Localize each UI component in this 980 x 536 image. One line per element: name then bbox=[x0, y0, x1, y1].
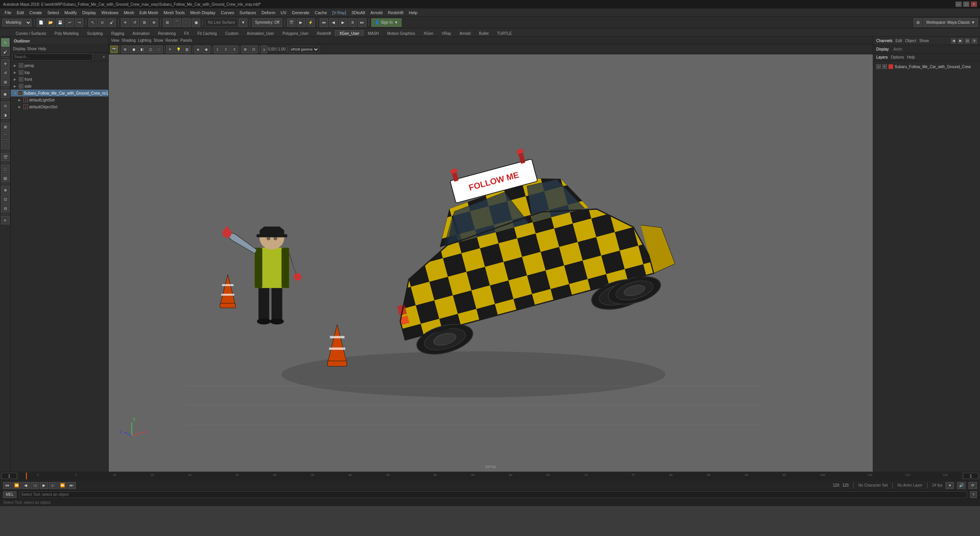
rotate-tool-button[interactable]: ↺ bbox=[131, 18, 139, 27]
snap-grid-button[interactable]: ⊞ bbox=[163, 18, 172, 27]
anim-sub-tab[interactable]: Anim bbox=[893, 47, 902, 51]
viewport-show-menu[interactable]: Show bbox=[154, 38, 163, 42]
edit-tab[interactable]: Edit bbox=[895, 39, 902, 43]
vp-shadow-button[interactable]: ▥ bbox=[183, 46, 191, 53]
color-space-dropdown[interactable]: sRGB gamma bbox=[289, 46, 319, 53]
audio-button[interactable]: 🔊 bbox=[957, 482, 965, 489]
fps-settings-button[interactable]: ▾ bbox=[946, 482, 954, 489]
viewport-shading-menu[interactable]: Shading bbox=[122, 38, 136, 42]
menu-create[interactable]: Create bbox=[27, 10, 44, 16]
extra-lt-button4[interactable]: ≡ bbox=[1, 216, 10, 224]
panel-collapse-icon[interactable]: ◀ bbox=[951, 38, 956, 44]
goto-start-button[interactable]: ⏮ bbox=[320, 18, 328, 27]
outliner-display-menu[interactable]: Display bbox=[13, 47, 26, 51]
soft-select-button[interactable]: ◉ bbox=[1, 90, 10, 98]
object-tab[interactable]: Object bbox=[905, 39, 916, 43]
outliner-item-top[interactable]: ▶ C top bbox=[11, 69, 108, 76]
lasso-button[interactable]: ⊙ bbox=[1, 101, 10, 110]
shelf-tab-vray[interactable]: VRay bbox=[438, 30, 455, 36]
maximize-button[interactable]: □ bbox=[963, 2, 969, 7]
outliner-item-front[interactable]: ▶ C front bbox=[11, 76, 108, 83]
shelf-tab-fit-caching[interactable]: Fit Caching bbox=[193, 30, 221, 36]
menu-display[interactable]: Display bbox=[80, 10, 98, 16]
menu-mesh-tools[interactable]: Mesh Tools bbox=[161, 10, 187, 16]
play-back-button[interactable]: ◁ bbox=[31, 482, 39, 489]
shelf-tab-animation[interactable]: Animation bbox=[128, 30, 154, 36]
outliner-show-menu[interactable]: Show bbox=[27, 47, 37, 51]
shelf-tab-sculpting[interactable]: Sculpting bbox=[83, 30, 107, 36]
point-snap-lt-button[interactable]: · bbox=[1, 141, 10, 149]
redo-button[interactable]: ↪ bbox=[75, 18, 83, 27]
panel-expand-icon[interactable]: ▶ bbox=[958, 38, 963, 44]
menu-help[interactable]: Help bbox=[407, 10, 420, 16]
timeline-ruler[interactable]: 0 5 10 15 20 25 30 35 40 45 50 55 60 65 … bbox=[18, 472, 962, 479]
menu-edit[interactable]: Edit bbox=[15, 10, 26, 16]
prev-key-button[interactable]: ⏪ bbox=[12, 482, 21, 489]
menu-redshift[interactable]: Redshift bbox=[385, 10, 405, 16]
vp-isolate-button[interactable]: ◉ bbox=[203, 46, 210, 53]
shelf-tab-fx[interactable]: FX bbox=[180, 30, 193, 36]
shelf-tab-bullet[interactable]: Bullet bbox=[475, 30, 493, 36]
play-forward-pb-button[interactable]: ▶ bbox=[40, 482, 48, 489]
xray-lt-button[interactable]: ◌ bbox=[1, 165, 10, 173]
move-tool-button[interactable]: ✛ bbox=[121, 18, 129, 27]
layer-visibility-toggle[interactable]: V bbox=[876, 64, 881, 69]
menu-modify[interactable]: Modify bbox=[62, 10, 79, 16]
snap-surface-button[interactable]: ▣ bbox=[192, 18, 200, 27]
outliner-search-input[interactable] bbox=[12, 54, 93, 60]
vp-show-all-button[interactable]: ◈ bbox=[194, 46, 202, 53]
shelf-tab-motion-graphics[interactable]: Motion Graphics bbox=[383, 30, 420, 36]
menu-curves[interactable]: Curves bbox=[219, 10, 237, 16]
move-button[interactable]: ✛ bbox=[1, 59, 10, 68]
shelf-tab-xgen[interactable]: XGen bbox=[419, 30, 438, 36]
menu-3dtall[interactable]: 3DtoAll bbox=[349, 10, 367, 16]
shelf-tab-custom[interactable]: Custom bbox=[221, 30, 242, 36]
shelf-tab-rendering[interactable]: Rendering bbox=[154, 30, 180, 36]
vp-default-light-button[interactable]: ☀ bbox=[166, 46, 174, 53]
viewport-render-menu[interactable]: Render bbox=[165, 38, 178, 42]
mel-tab[interactable]: MEL bbox=[3, 491, 16, 498]
outliner-item-default-light-set[interactable]: ▶ S defaultLightSet bbox=[11, 96, 108, 103]
menu-deform[interactable]: Deform bbox=[259, 10, 278, 16]
vp-res-low-button[interactable]: 1 bbox=[214, 46, 221, 53]
shelf-tab-polygons-user[interactable]: Polygons_User bbox=[278, 30, 313, 36]
goto-end-button[interactable]: ⏭ bbox=[358, 18, 366, 27]
menu-edit-mesh[interactable]: Edit Mesh bbox=[137, 10, 160, 16]
viewport-view-menu[interactable]: View bbox=[111, 38, 119, 42]
snap-curve-button[interactable]: ⌒ bbox=[173, 18, 181, 27]
prev-frame-pb-button[interactable]: ◀ bbox=[21, 482, 30, 489]
extra-lt-button2[interactable]: ⊡ bbox=[1, 195, 10, 203]
workspace-settings-button[interactable]: ⊞ bbox=[914, 18, 922, 27]
vp-wireframe-button[interactable]: ⊞ bbox=[121, 46, 129, 53]
universal-manipulator-button[interactable]: ⊕ bbox=[150, 18, 158, 27]
viewport-lighting-menu[interactable]: Lighting bbox=[138, 38, 151, 42]
vp-xray-button[interactable]: ◌ bbox=[155, 46, 163, 53]
outliner-help-menu[interactable]: Help bbox=[38, 47, 46, 51]
shelf-tab-curves-surfaces[interactable]: Curves / Surfaces bbox=[11, 30, 50, 36]
command-line-input[interactable] bbox=[20, 491, 967, 498]
lasso-select-button[interactable]: ⊙ bbox=[98, 18, 106, 27]
pause-button[interactable]: ⏸ bbox=[348, 18, 357, 27]
menu-uv[interactable]: UV bbox=[278, 10, 289, 16]
scale-button[interactable]: ⊞ bbox=[1, 78, 10, 86]
menu-mesh-display[interactable]: Mesh Display bbox=[188, 10, 218, 16]
rotate-button[interactable]: ↺ bbox=[1, 69, 10, 77]
snap-point-button[interactable]: · bbox=[182, 18, 191, 27]
menu-mesh[interactable]: Mesh bbox=[121, 10, 136, 16]
shelf-tab-redshift[interactable]: Redshift bbox=[313, 30, 335, 36]
outliner-item-subaru[interactable]: ▼ G Subaru_Follow_Me_Car_with_Ground_Cre… bbox=[11, 90, 108, 96]
sign-in-button[interactable]: 👤 Sign In ▼ bbox=[371, 18, 402, 27]
symmetry-toggle[interactable]: Symmetry: Off bbox=[252, 18, 282, 27]
display-sub-tab[interactable]: Display bbox=[876, 47, 889, 51]
shelf-tab-xgen-user[interactable]: XGen_User bbox=[335, 30, 363, 36]
vp-all-lights-button[interactable]: 💡 bbox=[175, 46, 182, 53]
help-line-button[interactable]: ? bbox=[970, 491, 977, 498]
select-mode-button[interactable]: ↖ bbox=[1, 38, 10, 47]
vp-res-med-button[interactable]: 2 bbox=[222, 46, 230, 53]
show-tab[interactable]: Show bbox=[919, 39, 929, 43]
toggle-lt-button[interactable]: ▤ bbox=[1, 174, 10, 182]
next-key-button[interactable]: ⏩ bbox=[58, 482, 67, 489]
search-clear-button[interactable]: ✕ bbox=[102, 55, 105, 59]
menu-generate[interactable]: Generate bbox=[289, 10, 312, 16]
panel-float-icon[interactable]: ⊡ bbox=[965, 38, 970, 44]
